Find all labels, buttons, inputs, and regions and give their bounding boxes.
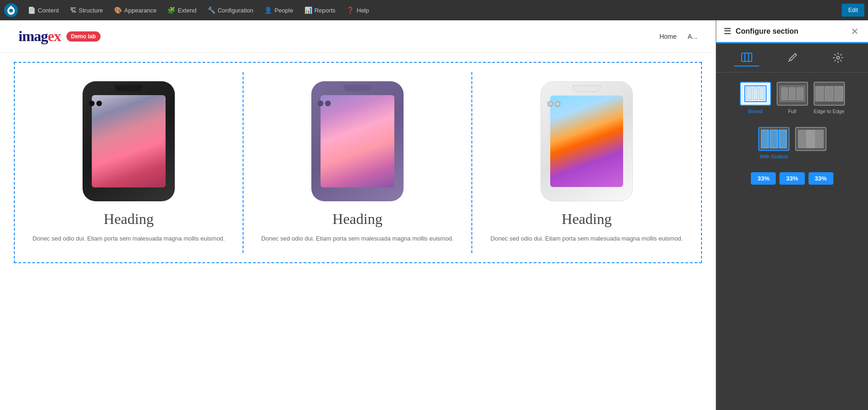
site-preview: imagex Demo lab Home A... bbox=[0, 20, 716, 410]
toolbar-right: Edit bbox=[842, 0, 864, 20]
content-icon: 📄 bbox=[28, 6, 36, 14]
panel-content: Boxed Full bbox=[716, 72, 868, 410]
layout-label-full: Full bbox=[788, 109, 797, 114]
configure-icon: ☰ bbox=[724, 26, 731, 36]
site-header: imagex Demo lab Home A... bbox=[0, 20, 716, 53]
col-heading-3: Heading bbox=[486, 211, 687, 228]
section-wrapper: Heading Donec sed odio dui. Etiam porta … bbox=[14, 62, 702, 263]
toolbar-label-people: People bbox=[274, 7, 293, 14]
configuration-icon: 🔧 bbox=[208, 6, 215, 14]
config-panel-header: ☰ Configure section ✕ bbox=[716, 20, 868, 43]
toolbar-item-appearance[interactable]: 🎨 Appearance bbox=[108, 0, 162, 20]
column-1: Heading Donec sed odio dui. Etiam porta … bbox=[15, 72, 244, 253]
toolbar-item-reports[interactable]: 📊 Reports bbox=[299, 0, 341, 20]
layout-option-full[interactable]: Full bbox=[777, 82, 808, 114]
toolbar-label-appearance: Appearance bbox=[124, 7, 156, 14]
columns-icon bbox=[741, 52, 752, 63]
panel-tabs bbox=[716, 43, 868, 72]
gutter-option-with[interactable]: With Gutters bbox=[758, 127, 790, 159]
config-panel-title: ☰ Configure section bbox=[724, 26, 798, 36]
col-text-3: Donec sed odio dui. Etiam porta sem male… bbox=[486, 234, 687, 244]
toolbar-item-extend[interactable]: 🧩 Extend bbox=[162, 0, 202, 20]
edit-button[interactable]: Edit bbox=[842, 4, 864, 17]
toolbar-label-reports: Reports bbox=[315, 7, 336, 14]
col-text-1: Donec sed odio dui. Etiam porta sem male… bbox=[29, 234, 229, 244]
people-icon: 👤 bbox=[264, 6, 272, 14]
tab-style[interactable] bbox=[779, 49, 805, 66]
svg-point-5 bbox=[837, 56, 839, 59]
reports-icon: 📊 bbox=[304, 6, 312, 14]
col-badges: 33% 33% 33% bbox=[724, 172, 861, 185]
phone-image-1 bbox=[83, 81, 175, 201]
gutter-options: With Gutters bbox=[724, 127, 861, 159]
paintbrush-icon bbox=[787, 52, 798, 63]
column-2: Heading Donec sed odio dui. Etiam porta … bbox=[244, 72, 472, 253]
gear-icon bbox=[832, 52, 844, 63]
col-badge-1[interactable]: 33% bbox=[751, 172, 776, 185]
toolbar-item-structure[interactable]: 🏗 Structure bbox=[65, 0, 109, 20]
toolbar-item-help[interactable]: ❓ Help bbox=[341, 0, 375, 20]
toolbar-item-people[interactable]: 👤 People bbox=[259, 0, 298, 20]
config-panel: ☰ Configure section ✕ bbox=[716, 20, 868, 410]
main-area: imagex Demo lab Home A... bbox=[0, 20, 868, 410]
toolbar-label-help: Help bbox=[357, 7, 369, 14]
tab-settings[interactable] bbox=[825, 49, 851, 66]
layout-options: Boxed Full bbox=[724, 82, 861, 114]
col-badge-3[interactable]: 33% bbox=[809, 172, 833, 185]
panel-title-text: Configure section bbox=[736, 27, 798, 36]
col-heading-1: Heading bbox=[29, 211, 229, 228]
nav-home[interactable]: Home bbox=[660, 33, 677, 40]
col-badge-2[interactable]: 33% bbox=[779, 172, 804, 185]
column-3: Heading Donec sed odio dui. Etiam porta … bbox=[472, 72, 701, 253]
tab-layout[interactable] bbox=[734, 49, 760, 66]
gutter-option-without[interactable] bbox=[795, 127, 826, 159]
three-col-section: Heading Donec sed odio dui. Etiam porta … bbox=[15, 63, 701, 262]
structure-icon: 🏗 bbox=[70, 6, 77, 14]
site-logo: imagex Demo lab bbox=[18, 28, 101, 45]
layout-label-boxed: Boxed bbox=[748, 109, 762, 114]
help-icon: ❓ bbox=[346, 6, 354, 14]
phone-image-2 bbox=[311, 81, 404, 201]
logo-x: ex bbox=[48, 28, 61, 44]
col-text-2: Donec sed odio dui. Etiam porta sem male… bbox=[257, 234, 458, 244]
toolbar-label-configuration: Configuration bbox=[218, 7, 253, 14]
admin-toolbar: 📄 Content 🏗 Structure 🎨 Appearance 🧩 Ext… bbox=[0, 0, 868, 20]
toolbar-item-configuration[interactable]: 🔧 Configuration bbox=[202, 0, 259, 20]
toolbar-item-content[interactable]: 📄 Content bbox=[22, 0, 65, 20]
layout-option-edge[interactable]: Edge to Edge bbox=[814, 82, 845, 114]
svg-point-1 bbox=[9, 9, 13, 12]
col-heading-2: Heading bbox=[257, 211, 458, 228]
svg-rect-2 bbox=[742, 53, 752, 61]
layout-label-edge: Edge to Edge bbox=[814, 109, 844, 114]
drupal-logo[interactable] bbox=[4, 3, 18, 18]
layout-option-boxed[interactable]: Boxed bbox=[740, 82, 771, 114]
extend-icon: 🧩 bbox=[167, 6, 175, 14]
close-panel-button[interactable]: ✕ bbox=[849, 24, 861, 39]
toolbar-label-content: Content bbox=[38, 7, 59, 14]
gutter-label-with: With Gutters bbox=[760, 154, 788, 159]
demo-badge: Demo lab bbox=[66, 31, 101, 42]
site-nav: Home A... bbox=[660, 33, 697, 40]
appearance-icon: 🎨 bbox=[114, 6, 122, 14]
logo-text: imagex bbox=[18, 28, 61, 45]
nav-about[interactable]: A... bbox=[688, 33, 697, 40]
toolbar-label-extend: Extend bbox=[178, 7, 196, 14]
phone-image-3 bbox=[541, 81, 633, 201]
toolbar-label-structure: Structure bbox=[79, 7, 103, 14]
